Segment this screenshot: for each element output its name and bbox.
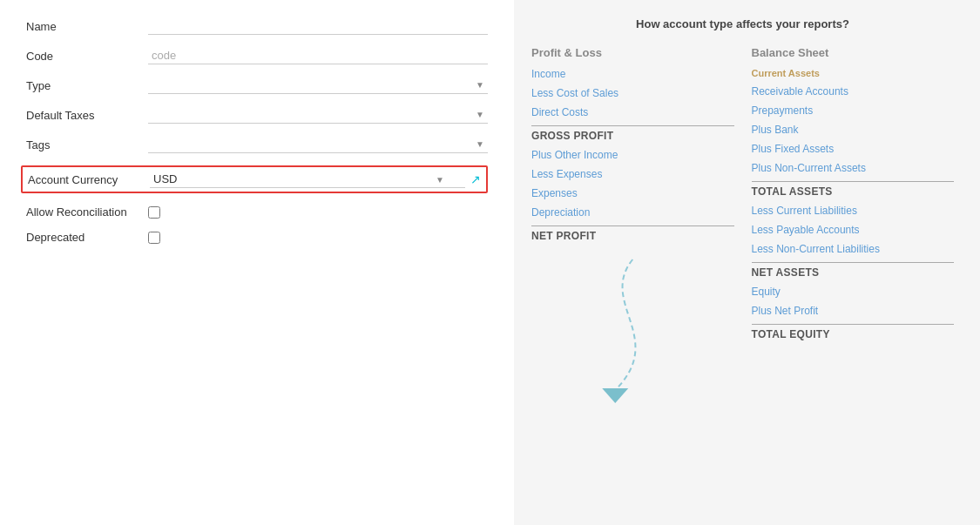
balance-sheet-item-2[interactable]: Prepayments <box>752 104 955 117</box>
type-label: Type <box>26 79 148 92</box>
balance-sheet-item-9[interactable]: Less Non-Current Liabilities <box>752 243 955 255</box>
profit-loss-column: Profit & Loss Income Less Cost of Sales … <box>531 46 734 407</box>
svg-marker-0 <box>602 388 628 403</box>
type-row: Type ▼ <box>26 77 488 94</box>
report-title: How account type affects your reports? <box>531 17 954 30</box>
allow-reconciliation-checkbox-wrap[interactable] <box>148 206 160 219</box>
balance-sheet-header: Balance Sheet <box>752 46 955 59</box>
type-select[interactable] <box>148 77 488 93</box>
profit-loss-item-4[interactable]: Plus Other Income <box>531 149 734 161</box>
name-label: Name <box>26 20 148 33</box>
account-currency-row: Account Currency USD ▼ ↗ <box>21 165 488 193</box>
profit-loss-header: Profit & Loss <box>531 46 734 59</box>
account-currency-label: Account Currency <box>28 173 150 186</box>
arrow-area <box>531 251 734 407</box>
code-row: Code <box>26 47 488 64</box>
balance-sheet-item-11[interactable]: Equity <box>752 286 955 298</box>
balance-sheet-item-1[interactable]: Receivable Accounts <box>752 85 955 98</box>
profit-loss-item-7[interactable]: Depreciation <box>531 206 734 219</box>
balance-sheet-item-0: Current Assets <box>752 68 955 78</box>
account-currency-select-wrap[interactable]: USD ▼ <box>150 171 465 188</box>
balance-sheet-item-13: TOTAL EQUITY <box>752 324 955 340</box>
deprecated-checkbox-wrap[interactable] <box>148 232 160 244</box>
main-container: Name Code Type ▼ Default Taxes ▼ <box>0 0 980 525</box>
report-panel: How account type affects your reports? P… <box>514 0 980 525</box>
code-label: Code <box>26 50 148 63</box>
deprecated-row: Deprecated <box>26 231 488 244</box>
allow-reconciliation-row: Allow Reconciliation <box>26 205 488 219</box>
profit-loss-item-5[interactable]: Less Expenses <box>531 168 734 180</box>
code-input[interactable] <box>148 47 488 64</box>
profit-loss-item-3: GROSS PROFIT <box>531 125 734 142</box>
balance-sheet-item-4[interactable]: Plus Fixed Assets <box>752 143 955 155</box>
balance-sheet-item-6: TOTAL ASSETS <box>752 181 955 198</box>
profit-loss-item-1[interactable]: Less Cost of Sales <box>531 87 734 99</box>
default-taxes-select[interactable] <box>148 106 488 123</box>
profit-loss-item-0[interactable]: Income <box>531 68 734 80</box>
balance-sheet-item-10: NET ASSETS <box>752 262 955 279</box>
allow-reconciliation-checkbox[interactable] <box>148 206 160 219</box>
tags-label: Tags <box>26 138 148 151</box>
tags-row: Tags ▼ <box>26 136 488 153</box>
allow-reconciliation-label: Allow Reconciliation <box>26 205 148 219</box>
deprecated-checkbox[interactable] <box>148 232 160 244</box>
tags-select[interactable] <box>148 136 488 152</box>
name-input[interactable] <box>148 17 488 35</box>
default-taxes-row: Default Taxes ▼ <box>26 106 488 124</box>
balance-sheet-item-3[interactable]: Plus Bank <box>752 124 955 136</box>
tags-select-wrap[interactable]: ▼ <box>148 136 488 153</box>
balance-sheet-column: Balance Sheet Current Assets Receivable … <box>752 46 955 407</box>
account-currency-select[interactable]: USD <box>150 171 465 188</box>
balance-sheet-item-12[interactable]: Plus Net Profit <box>752 305 955 317</box>
balance-sheet-item-5[interactable]: Plus Non-Current Assets <box>752 162 955 174</box>
balance-sheet-item-8[interactable]: Less Payable Accounts <box>752 224 955 236</box>
type-select-wrap[interactable]: ▼ <box>148 77 488 94</box>
external-link-icon[interactable]: ↗ <box>470 172 481 186</box>
name-row: Name <box>26 17 488 35</box>
form-panel: Name Code Type ▼ Default Taxes ▼ <box>0 0 514 525</box>
deprecated-label: Deprecated <box>26 231 148 244</box>
profit-loss-item-2[interactable]: Direct Costs <box>531 106 734 118</box>
dashed-arrow-svg <box>531 251 734 407</box>
profit-loss-item-8: NET PROFIT <box>531 225 734 242</box>
default-taxes-select-wrap[interactable]: ▼ <box>148 106 488 124</box>
profit-loss-item-6[interactable]: Expenses <box>531 187 734 199</box>
report-columns: Profit & Loss Income Less Cost of Sales … <box>531 46 954 407</box>
default-taxes-label: Default Taxes <box>26 109 148 122</box>
balance-sheet-item-7[interactable]: Less Current Liabilities <box>752 205 955 217</box>
